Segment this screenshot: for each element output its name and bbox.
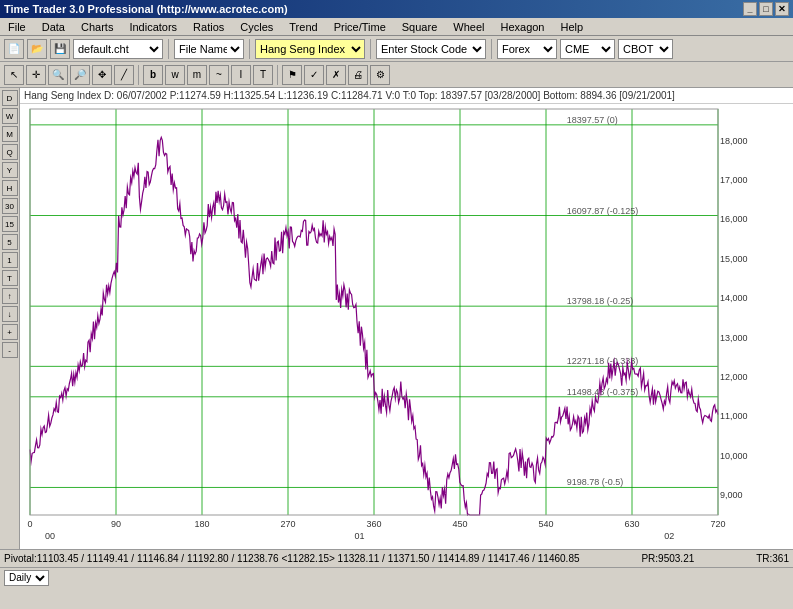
tr-text: TR:361 bbox=[756, 553, 789, 564]
sidebar-btn-3[interactable]: M bbox=[2, 126, 18, 142]
tool-b[interactable]: b bbox=[143, 65, 163, 85]
pr-text: PR:9503.21 bbox=[641, 553, 694, 564]
tool-wave[interactable]: ~ bbox=[209, 65, 229, 85]
tool-flag[interactable]: ⚑ bbox=[282, 65, 302, 85]
menu-square[interactable]: Square bbox=[398, 20, 441, 34]
tool-line[interactable]: ╱ bbox=[114, 65, 134, 85]
main-area: D W M Q Y H 30 15 5 1 T ↑ ↓ + - Hang Sen… bbox=[0, 88, 793, 549]
separator2 bbox=[249, 39, 250, 59]
sidebar-btn-15[interactable]: - bbox=[2, 342, 18, 358]
save-button[interactable]: 💾 bbox=[50, 39, 70, 59]
close-button[interactable]: ✕ bbox=[775, 2, 789, 16]
sidebar-btn-5[interactable]: Y bbox=[2, 162, 18, 178]
chart-header-text: Hang Seng Index D: 06/07/2002 P:11274.59… bbox=[24, 90, 675, 101]
maximize-button[interactable]: □ bbox=[759, 2, 773, 16]
menu-pricetime[interactable]: Price/Time bbox=[330, 20, 390, 34]
sidebar-btn-7[interactable]: 30 bbox=[2, 198, 18, 214]
left-sidebar: D W M Q Y H 30 15 5 1 T ↑ ↓ + - bbox=[0, 88, 20, 549]
toolbar1: 📄 📂 💾 default.cht File Names Hang Seng I… bbox=[0, 36, 793, 62]
sidebar-btn-6[interactable]: H bbox=[2, 180, 18, 196]
sidebar-btn-2[interactable]: W bbox=[2, 108, 18, 124]
chart-header: Hang Seng Index D: 06/07/2002 P:11274.59… bbox=[20, 88, 793, 104]
menu-trend[interactable]: Trend bbox=[285, 20, 321, 34]
tool-printer[interactable]: 🖨 bbox=[348, 65, 368, 85]
tool-x[interactable]: ✗ bbox=[326, 65, 346, 85]
new-chart-button[interactable]: 📄 bbox=[4, 39, 24, 59]
tool-arrow[interactable]: ↖ bbox=[4, 65, 24, 85]
menu-help[interactable]: Help bbox=[557, 20, 588, 34]
stock-code-select[interactable]: Enter Stock Code bbox=[376, 39, 486, 59]
tool-m[interactable]: m bbox=[187, 65, 207, 85]
tb2-sep1 bbox=[138, 65, 139, 85]
file-names-select[interactable]: File Names bbox=[174, 39, 244, 59]
title-bar: Time Trader 3.0 Professional (http://www… bbox=[0, 0, 793, 18]
menu-charts[interactable]: Charts bbox=[77, 20, 117, 34]
sidebar-btn-4[interactable]: Q bbox=[2, 144, 18, 160]
profile-select[interactable]: default.cht bbox=[73, 39, 163, 59]
separator4 bbox=[491, 39, 492, 59]
status-bar: Pivotal:11103.45 / 11149.41 / 11146.84 /… bbox=[0, 549, 793, 567]
minimize-button[interactable]: _ bbox=[743, 2, 757, 16]
chart-body[interactable] bbox=[20, 104, 793, 545]
tool-i[interactable]: I bbox=[231, 65, 251, 85]
open-button[interactable]: 📂 bbox=[27, 39, 47, 59]
tool-zoom-in[interactable]: 🔍 bbox=[48, 65, 68, 85]
tool-check[interactable]: ✓ bbox=[304, 65, 324, 85]
chart-canvas[interactable] bbox=[20, 104, 793, 545]
sidebar-btn-10[interactable]: 1 bbox=[2, 252, 18, 268]
chart-name-select[interactable]: Hang Seng Index bbox=[255, 39, 365, 59]
separator3 bbox=[370, 39, 371, 59]
tool-w[interactable]: w bbox=[165, 65, 185, 85]
menu-wheel[interactable]: Wheel bbox=[449, 20, 488, 34]
sidebar-btn-13[interactable]: ↓ bbox=[2, 306, 18, 322]
menu-file[interactable]: File bbox=[4, 20, 30, 34]
pivotal-text: Pivotal:11103.45 / 11149.41 / 11146.84 /… bbox=[4, 553, 580, 564]
sidebar-btn-9[interactable]: 5 bbox=[2, 234, 18, 250]
title-bar-buttons: _ □ ✕ bbox=[743, 2, 789, 16]
timeframe-select[interactable]: Daily bbox=[4, 570, 49, 586]
window-title: Time Trader 3.0 Professional (http://www… bbox=[4, 3, 288, 15]
tool-settings[interactable]: ⚙ bbox=[370, 65, 390, 85]
sidebar-btn-14[interactable]: + bbox=[2, 324, 18, 340]
menu-bar: File Data Charts Indicators Ratios Cycle… bbox=[0, 18, 793, 36]
tool-t[interactable]: T bbox=[253, 65, 273, 85]
separator bbox=[168, 39, 169, 59]
menu-data[interactable]: Data bbox=[38, 20, 69, 34]
sidebar-btn-12[interactable]: ↑ bbox=[2, 288, 18, 304]
tool-zoom-out[interactable]: 🔎 bbox=[70, 65, 90, 85]
toolbar2: ↖ ✛ 🔍 🔎 ✥ ╱ b w m ~ I T ⚑ ✓ ✗ 🖨 ⚙ bbox=[0, 62, 793, 88]
menu-ratios[interactable]: Ratios bbox=[189, 20, 228, 34]
tool-move[interactable]: ✥ bbox=[92, 65, 112, 85]
exchange-select[interactable]: CME bbox=[560, 39, 615, 59]
chart-container: Hang Seng Index D: 06/07/2002 P:11274.59… bbox=[20, 88, 793, 549]
sidebar-btn-1[interactable]: D bbox=[2, 90, 18, 106]
tool-crosshair[interactable]: ✛ bbox=[26, 65, 46, 85]
sidebar-btn-8[interactable]: 15 bbox=[2, 216, 18, 232]
market-select[interactable]: Forex bbox=[497, 39, 557, 59]
tb2-sep2 bbox=[277, 65, 278, 85]
exchange2-select[interactable]: CBOT bbox=[618, 39, 673, 59]
menu-hexagon[interactable]: Hexagon bbox=[496, 20, 548, 34]
sidebar-btn-11[interactable]: T bbox=[2, 270, 18, 286]
bottom-bar: Daily bbox=[0, 567, 793, 587]
menu-cycles[interactable]: Cycles bbox=[236, 20, 277, 34]
menu-indicators[interactable]: Indicators bbox=[125, 20, 181, 34]
